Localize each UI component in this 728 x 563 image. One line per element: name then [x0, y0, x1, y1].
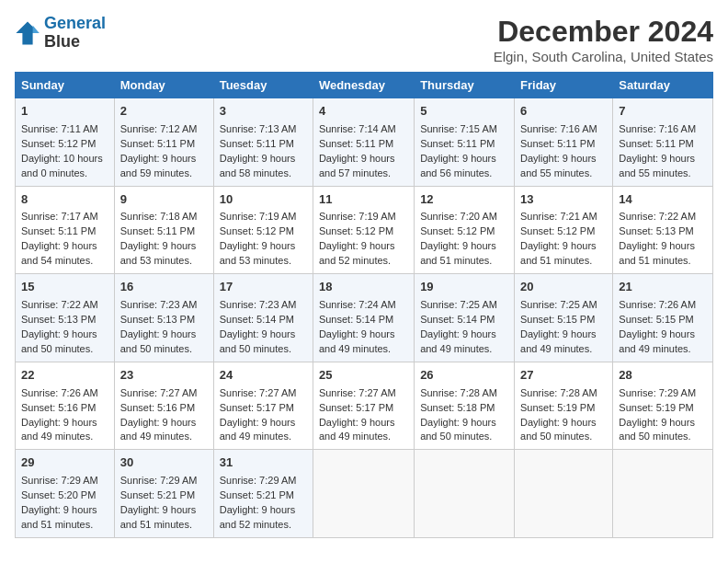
daylight-text: Daylight: 9 hours and 54 minutes.	[21, 240, 97, 266]
day-number: 16	[120, 279, 208, 296]
calendar-cell: 6Sunrise: 7:16 AMSunset: 5:11 PMDaylight…	[515, 98, 613, 187]
day-header-friday: Friday	[515, 73, 613, 98]
calendar-cell: 8Sunrise: 7:17 AMSunset: 5:11 PMDaylight…	[16, 186, 115, 274]
daylight-text: Daylight: 9 hours and 57 minutes.	[319, 153, 395, 178]
daylight-text: Daylight: 9 hours and 53 minutes.	[120, 240, 197, 266]
sunset-text: Sunset: 5:16 PM	[120, 402, 195, 413]
header: General Blue December 2024 Elgin, South …	[15, 15, 713, 64]
sunrise-text: Sunrise: 7:20 AM	[420, 211, 497, 222]
sunrise-text: Sunrise: 7:15 AM	[420, 123, 497, 134]
sunset-text: Sunset: 5:12 PM	[520, 225, 595, 236]
sunrise-text: Sunrise: 7:27 AM	[120, 387, 198, 398]
sunrise-text: Sunrise: 7:29 AM	[120, 475, 198, 486]
calendar-cell: 3Sunrise: 7:13 AMSunset: 5:11 PMDaylight…	[213, 98, 313, 187]
sunset-text: Sunset: 5:11 PM	[21, 225, 96, 236]
daylight-text: Daylight: 9 hours and 49 minutes.	[220, 417, 296, 442]
day-number: 3	[220, 103, 307, 121]
calendar-cell: 10Sunrise: 7:19 AMSunset: 5:12 PMDayligh…	[213, 186, 313, 274]
week-row-2: 8Sunrise: 7:17 AMSunset: 5:11 PMDaylight…	[16, 186, 713, 274]
daylight-text: Daylight: 9 hours and 56 minutes.	[420, 153, 496, 178]
sunrise-text: Sunrise: 7:25 AM	[420, 299, 497, 310]
sunrise-text: Sunrise: 7:16 AM	[520, 123, 597, 134]
sunset-text: Sunset: 5:11 PM	[420, 138, 495, 149]
day-number: 14	[619, 191, 707, 209]
sunrise-text: Sunrise: 7:24 AM	[319, 299, 396, 310]
day-number: 12	[420, 191, 508, 209]
sunset-text: Sunset: 5:14 PM	[420, 314, 495, 325]
daylight-text: Daylight: 9 hours and 50 minutes.	[120, 328, 197, 354]
sunrise-text: Sunrise: 7:29 AM	[220, 475, 297, 486]
sunrise-text: Sunrise: 7:28 AM	[420, 387, 497, 398]
day-number: 4	[319, 103, 408, 121]
sunset-text: Sunset: 5:12 PM	[420, 225, 495, 236]
calendar-cell: 13Sunrise: 7:21 AMSunset: 5:12 PMDayligh…	[515, 186, 613, 274]
daylight-text: Daylight: 9 hours and 52 minutes.	[319, 240, 395, 266]
sunset-text: Sunset: 5:20 PM	[21, 489, 96, 500]
calendar-cell: 30Sunrise: 7:29 AMSunset: 5:21 PMDayligh…	[114, 450, 213, 538]
daylight-text: Daylight: 9 hours and 49 minutes.	[319, 328, 395, 354]
daylight-text: Daylight: 9 hours and 50 minutes.	[21, 328, 97, 354]
sunset-text: Sunset: 5:17 PM	[220, 402, 294, 413]
daylight-text: Daylight: 9 hours and 49 minutes.	[420, 328, 496, 354]
calendar-cell: 27Sunrise: 7:28 AMSunset: 5:19 PMDayligh…	[515, 362, 613, 450]
calendar-cell	[415, 450, 515, 538]
sunrise-text: Sunrise: 7:12 AM	[120, 123, 198, 134]
day-number: 5	[420, 103, 508, 121]
sunrise-text: Sunrise: 7:26 AM	[21, 387, 98, 398]
calendar-cell: 9Sunrise: 7:18 AMSunset: 5:11 PMDaylight…	[114, 186, 213, 274]
sunrise-text: Sunrise: 7:25 AM	[520, 299, 597, 310]
daylight-text: Daylight: 9 hours and 50 minutes.	[220, 328, 296, 354]
calendar-cell: 12Sunrise: 7:20 AMSunset: 5:12 PMDayligh…	[415, 186, 515, 274]
calendar-title: December 2024	[494, 15, 713, 49]
sunset-text: Sunset: 5:11 PM	[319, 138, 393, 149]
calendar-cell: 14Sunrise: 7:22 AMSunset: 5:13 PMDayligh…	[613, 186, 713, 274]
day-number: 6	[520, 103, 607, 121]
sunrise-text: Sunrise: 7:28 AM	[520, 387, 597, 398]
day-number: 18	[319, 279, 408, 296]
sunset-text: Sunset: 5:14 PM	[220, 314, 294, 325]
sunrise-text: Sunrise: 7:27 AM	[220, 387, 297, 398]
sunset-text: Sunset: 5:12 PM	[319, 225, 393, 236]
day-number: 13	[520, 191, 607, 209]
daylight-text: Daylight: 9 hours and 49 minutes.	[520, 328, 597, 354]
daylight-text: Daylight: 9 hours and 49 minutes.	[319, 417, 395, 442]
week-row-5: 29Sunrise: 7:29 AMSunset: 5:20 PMDayligh…	[16, 450, 713, 538]
svg-marker-1	[33, 25, 40, 32]
calendar-cell: 1Sunrise: 7:11 AMSunset: 5:12 PMDaylight…	[16, 98, 115, 187]
calendar-cell	[613, 450, 713, 538]
sunrise-text: Sunrise: 7:29 AM	[21, 475, 98, 486]
sunrise-text: Sunrise: 7:23 AM	[220, 299, 297, 310]
day-header-wednesday: Wednesday	[313, 73, 414, 98]
calendar-cell: 18Sunrise: 7:24 AMSunset: 5:14 PMDayligh…	[313, 274, 414, 362]
calendar-cell: 20Sunrise: 7:25 AMSunset: 5:15 PMDayligh…	[515, 274, 613, 362]
daylight-text: Daylight: 9 hours and 51 minutes.	[120, 504, 197, 530]
daylight-text: Daylight: 9 hours and 53 minutes.	[220, 240, 296, 266]
daylight-text: Daylight: 9 hours and 55 minutes.	[619, 153, 695, 178]
calendar-subtitle: Elgin, South Carolina, United States	[494, 49, 713, 64]
sunset-text: Sunset: 5:21 PM	[220, 489, 294, 500]
sunrise-text: Sunrise: 7:14 AM	[319, 123, 396, 134]
calendar-cell: 25Sunrise: 7:27 AMSunset: 5:17 PMDayligh…	[313, 362, 414, 450]
calendar-cell: 7Sunrise: 7:16 AMSunset: 5:11 PMDaylight…	[613, 98, 713, 187]
calendar-cell: 4Sunrise: 7:14 AMSunset: 5:11 PMDaylight…	[313, 98, 414, 187]
sunset-text: Sunset: 5:21 PM	[120, 489, 195, 500]
week-row-3: 15Sunrise: 7:22 AMSunset: 5:13 PMDayligh…	[16, 274, 713, 362]
day-number: 11	[319, 191, 408, 209]
calendar-cell	[313, 450, 414, 538]
day-number: 15	[21, 279, 108, 296]
day-header-tuesday: Tuesday	[213, 73, 313, 98]
day-number: 28	[619, 367, 707, 385]
calendar-cell: 21Sunrise: 7:26 AMSunset: 5:15 PMDayligh…	[613, 274, 713, 362]
sunrise-text: Sunrise: 7:22 AM	[21, 299, 98, 310]
day-number: 27	[520, 367, 607, 385]
sunset-text: Sunset: 5:15 PM	[520, 314, 595, 325]
daylight-text: Daylight: 9 hours and 59 minutes.	[120, 153, 197, 178]
sunrise-text: Sunrise: 7:27 AM	[319, 387, 396, 398]
sunset-text: Sunset: 5:14 PM	[319, 314, 393, 325]
day-header-thursday: Thursday	[415, 73, 515, 98]
day-number: 1	[21, 103, 108, 121]
day-number: 2	[120, 103, 208, 121]
sunrise-text: Sunrise: 7:21 AM	[520, 211, 597, 222]
sunrise-text: Sunrise: 7:29 AM	[619, 387, 696, 398]
sunset-text: Sunset: 5:19 PM	[520, 402, 595, 413]
